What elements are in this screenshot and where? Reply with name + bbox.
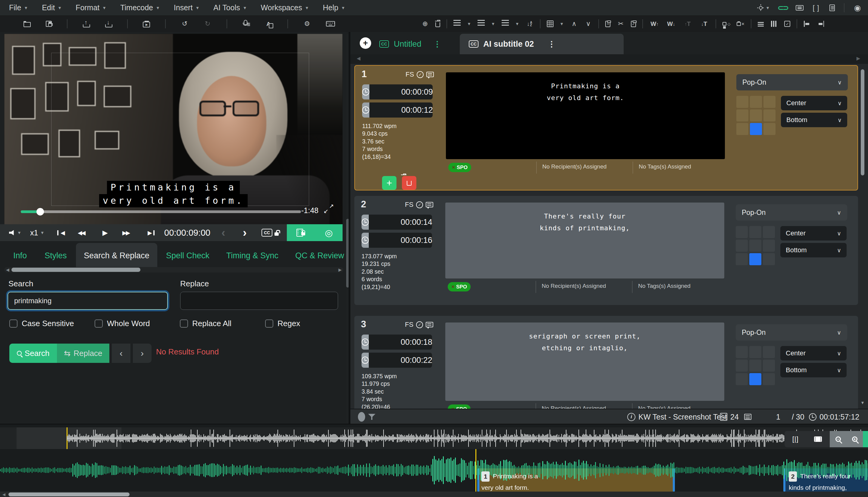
position-cell[interactable] <box>736 226 748 238</box>
transcribe-icon[interactable] <box>242 20 249 28</box>
approve-icon[interactable]: ✓ <box>784 21 790 27</box>
timeline-playhead[interactable] <box>475 449 476 492</box>
tab-menu-icon[interactable]: ⋮ <box>434 40 442 49</box>
split-view-icon[interactable]: [|] <box>792 435 799 443</box>
seek-bar[interactable] <box>21 210 301 213</box>
scroll-left-icon[interactable]: ◀ <box>357 55 360 61</box>
seek-handle[interactable] <box>37 208 44 215</box>
next-event-button[interactable]: › <box>243 224 247 241</box>
end-timecode-input[interactable] <box>370 102 433 117</box>
connection-icon[interactable]: ⊂⊃ <box>779 4 787 12</box>
chevron-down-icon[interactable]: ▼ <box>491 22 495 26</box>
position-cell[interactable] <box>763 226 775 238</box>
snap-end-icon[interactable] <box>817 20 824 27</box>
event-row-1[interactable]: 1 FS ✓ 111.702 wpm 9.043 cps 3.76 sec 7 … <box>354 65 858 190</box>
delete-event-icon[interactable] <box>435 22 440 27</box>
find-previous-button[interactable]: ‹ <box>112 344 130 363</box>
menu-timecode[interactable]: Timecode▼ <box>120 3 160 12</box>
tabs-scrollbar[interactable]: ◀ ▶ <box>4 267 344 272</box>
import-media-icon[interactable] <box>143 22 150 27</box>
chevron-down-icon[interactable]: ▼ <box>560 22 564 26</box>
event-row-2[interactable]: 2 FS ✓ 173.077 wpm 19.231 cps 2.08 sec 6… <box>354 196 858 305</box>
position-cell[interactable] <box>763 373 775 385</box>
search-input[interactable] <box>8 292 168 310</box>
position-cell[interactable] <box>736 123 748 135</box>
playback-speed-button[interactable]: x1▼ <box>30 224 44 241</box>
block-start-handle[interactable] <box>783 468 785 492</box>
list-icon[interactable] <box>744 414 751 420</box>
insert-event-button[interactable]: + <box>382 176 396 190</box>
recipients-text[interactable]: No Recipient(s) Assigned <box>542 283 606 289</box>
position-cell[interactable] <box>749 359 761 372</box>
style-badge[interactable]: ✕SPO <box>448 163 471 172</box>
word-up-icon[interactable]: W↑ <box>649 20 660 28</box>
case-sensitive-checkbox[interactable]: Case Sensitive <box>9 319 74 328</box>
delete-event-button[interactable] <box>402 176 416 190</box>
align-left-icon[interactable] <box>453 20 461 28</box>
position-cell[interactable] <box>736 110 748 122</box>
position-cell-active[interactable] <box>749 373 761 385</box>
undo-icon[interactable]: ↺ <box>181 20 189 28</box>
position-cell[interactable] <box>736 253 748 265</box>
position-cell[interactable] <box>763 359 775 372</box>
collapse-tools-icon[interactable]: ◀ <box>779 437 783 442</box>
subtitle-text-editor[interactable]: Printmaking is a very old art form. <box>446 72 725 159</box>
tab-untitled[interactable]: Untitled ⋮ <box>379 34 442 54</box>
comment-icon[interactable] <box>426 322 433 327</box>
play-button[interactable]: ▶ <box>102 224 107 241</box>
filter-icon[interactable] <box>368 413 375 421</box>
audio-overview-strip[interactable] <box>0 427 868 449</box>
rewind-button[interactable]: ◀◀ <box>78 224 85 241</box>
scroll-left-icon[interactable]: ◀ <box>6 267 9 272</box>
start-timecode[interactable] <box>362 215 432 230</box>
chevron-down-icon[interactable]: ▼ <box>515 22 519 26</box>
event-row-3[interactable]: 3 FS ✓ 109.375 wpm 11.979 cps 3.84 sec 7… <box>354 316 858 409</box>
clock-button[interactable] <box>362 215 369 230</box>
status-ball-icon[interactable] <box>358 412 365 422</box>
start-timecode-input[interactable] <box>370 84 433 99</box>
import-icon[interactable] <box>83 20 90 28</box>
follow-playhead-toggle[interactable] <box>863 431 868 447</box>
menu-help[interactable]: Help▼ <box>323 3 345 12</box>
snap-start-icon[interactable] <box>804 20 811 27</box>
end-timecode[interactable] <box>362 102 433 117</box>
scroll-right-icon[interactable]: ▶ <box>338 267 342 272</box>
recipients-text[interactable]: No Recipient(s) Assigned <box>542 405 606 409</box>
start-timecode-input[interactable] <box>369 215 432 230</box>
clock-button[interactable] <box>362 233 369 248</box>
paste-icon[interactable]: + <box>605 21 610 27</box>
prev-event-button[interactable]: ‹ <box>221 224 226 241</box>
position-cell[interactable] <box>736 96 748 108</box>
compact-rows-icon[interactable] <box>758 20 764 28</box>
position-cell[interactable] <box>749 346 761 358</box>
start-timecode[interactable] <box>362 84 433 99</box>
position-cell[interactable] <box>736 240 748 252</box>
tab-info[interactable]: Info <box>13 243 27 268</box>
redo-icon[interactable]: ↻ <box>204 20 212 28</box>
position-cell-active[interactable] <box>749 253 761 265</box>
halign-select[interactable]: Center∨ <box>780 346 847 360</box>
fullscreen-icon[interactable]: [] <box>813 4 820 12</box>
position-cell[interactable] <box>750 110 762 122</box>
replace-button[interactable]: ⇆Replace <box>57 344 110 363</box>
skip-end-button[interactable]: ▶ <box>148 224 155 241</box>
overview-window[interactable] <box>17 427 121 449</box>
copy-check-icon[interactable]: ✓ <box>631 21 636 27</box>
display-style-select[interactable]: Pop-On∨ <box>736 74 848 90</box>
start-timecode[interactable] <box>362 335 432 350</box>
merge-event-icon[interactable] <box>737 20 744 28</box>
display-style-select[interactable]: Pop-On∨ <box>736 204 847 221</box>
whole-word-checkbox[interactable]: Whole Word <box>95 319 150 328</box>
theme-toggle-button[interactable]: ▼ <box>759 5 770 10</box>
scroll-left-icon[interactable]: ◀ <box>2 492 5 497</box>
word-down-icon[interactable]: W↓ <box>666 20 676 28</box>
valign-select[interactable]: Bottom∨ <box>780 243 847 257</box>
timeline-scrollbar[interactable]: ◀ <box>0 492 868 497</box>
start-timecode-input[interactable] <box>369 335 432 350</box>
subtitle-text-editor[interactable]: There's really four kinds of printmaking… <box>445 202 724 279</box>
tags-text[interactable]: No Tags(s) Assigned <box>638 283 691 289</box>
cut-icon[interactable]: ✂ <box>617 20 625 28</box>
preview-eye-icon[interactable]: ◎ <box>325 228 333 238</box>
position-cell-active[interactable] <box>750 123 762 135</box>
open-project-icon[interactable] <box>24 22 31 27</box>
